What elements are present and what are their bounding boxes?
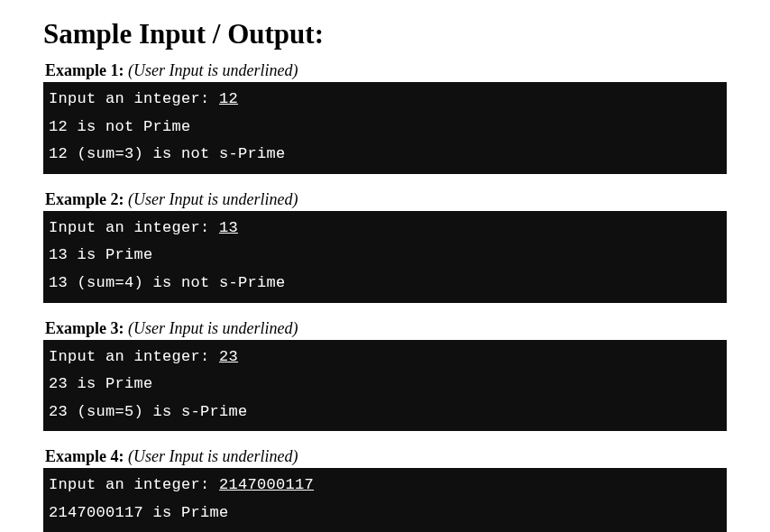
example-number: Example 1: — [45, 61, 128, 79]
code-line: 13 is Prime — [49, 242, 721, 270]
example-label: Example 1: (User Input is underlined) — [43, 61, 727, 80]
prompt-text: Input an integer: — [49, 348, 219, 365]
user-input: 13 — [219, 219, 238, 236]
code-line: Input an integer: 2147000117 — [49, 472, 721, 500]
user-input: 23 — [219, 348, 238, 365]
example-note: (User Input is underlined) — [128, 447, 298, 465]
prompt-text: Input an integer: — [49, 476, 219, 493]
example-block: Example 2: (User Input is underlined) In… — [43, 190, 727, 303]
example-label: Example 3: (User Input is underlined) — [43, 319, 727, 338]
code-line: Input an integer: 13 — [49, 215, 721, 243]
code-line: 23 is Prime — [49, 371, 721, 399]
example-number: Example 3: — [45, 319, 128, 337]
code-line: 12 is not Prime — [49, 114, 721, 142]
code-block: Input an integer: 23 23 is Prime 23 (sum… — [43, 340, 727, 432]
section-heading: Sample Input / Output: — [43, 18, 727, 50]
example-label: Example 4: (User Input is underlined) — [43, 447, 727, 466]
code-block: Input an integer: 12 12 is not Prime 12 … — [43, 82, 727, 174]
example-note: (User Input is underlined) — [128, 190, 298, 208]
user-input: 12 — [219, 90, 238, 107]
example-block: Example 3: (User Input is underlined) In… — [43, 319, 727, 432]
example-note: (User Input is underlined) — [128, 61, 298, 79]
code-line: 12 (sum=3) is not s-Prime — [49, 141, 721, 169]
code-block: Input an integer: 13 13 is Prime 13 (sum… — [43, 211, 727, 303]
example-block: Example 4: (User Input is underlined) In… — [43, 447, 727, 532]
code-line: Input an integer: 23 — [49, 344, 721, 371]
prompt-text: Input an integer: — [49, 219, 219, 236]
example-note: (User Input is underlined) — [128, 319, 298, 337]
example-block: Example 1: (User Input is underlined) In… — [43, 61, 727, 174]
example-label: Example 2: (User Input is underlined) — [43, 190, 727, 209]
code-line: 2147000117 is Prime — [49, 500, 721, 527]
code-line: 2147000117 (sum=23) is s-Prime — [49, 527, 721, 532]
prompt-text: Input an integer: — [49, 90, 219, 107]
code-block: Input an integer: 2147000117 2147000117 … — [43, 468, 727, 532]
code-line: Input an integer: 12 — [49, 86, 721, 114]
code-line: 13 (sum=4) is not s-Prime — [49, 270, 721, 298]
example-number: Example 2: — [45, 190, 128, 208]
example-number: Example 4: — [45, 447, 128, 465]
code-line: 23 (sum=5) is s-Prime — [49, 399, 721, 427]
user-input: 2147000117 — [219, 476, 314, 493]
